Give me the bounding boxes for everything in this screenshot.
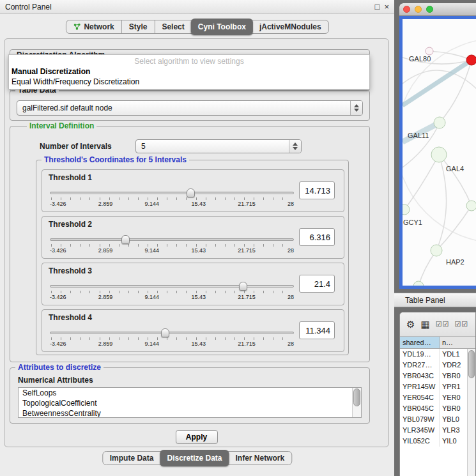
table-cell[interactable]: YBR045C (400, 403, 440, 414)
threshold-4-value-field[interactable] (299, 321, 335, 339)
network-edge[interactable] (436, 155, 447, 250)
algorithm-dropdown-popup: Select algorithm to view settings Manual… (8, 54, 370, 89)
tab-label: Select (162, 22, 184, 31)
slider-track[interactable] (50, 332, 294, 334)
algorithm-option-equal-width[interactable]: Equal Width/Frequency Discretization (9, 77, 369, 87)
table-data-combo[interactable]: galFiltered.sif default node (17, 100, 363, 116)
slider-thumb[interactable] (121, 235, 130, 244)
attributes-list: SelfLoops TopologicalCoefficient Between… (18, 387, 362, 418)
scale-label: 2.859 (98, 294, 113, 300)
network-edge[interactable] (403, 60, 472, 105)
table-row[interactable]: YBR043CYBR0 (400, 371, 475, 381)
table-row[interactable]: YDL19…YDL1 (400, 349, 475, 360)
stepper-up-icon (293, 142, 298, 146)
tab-network[interactable]: Network (66, 20, 121, 33)
table-row[interactable]: YPR145WYPR1 (400, 381, 475, 392)
network-edge[interactable] (403, 38, 476, 243)
table-cell[interactable]: YIL052C (400, 436, 440, 447)
threshold-3-block: Threshold 3 -3.426 2.859 9.144 15.43 21.… (42, 263, 344, 305)
column-header-name[interactable]: n… (440, 337, 475, 348)
network-node[interactable] (426, 47, 433, 55)
scale-label: 9.144 (145, 294, 160, 300)
attributes-list-scrollbar[interactable] (352, 388, 361, 417)
table-cell[interactable]: YER054C (400, 392, 440, 403)
table-row[interactable]: YIL052CYIL0 (400, 436, 475, 447)
list-item[interactable]: BetweennessCentrality (19, 408, 361, 418)
tab-label: Infer Network (236, 454, 285, 463)
table-header-row: shared… n… (400, 337, 475, 349)
network-node-selected[interactable] (466, 55, 476, 65)
slider-track[interactable] (50, 192, 294, 194)
table-scrollbar[interactable] (467, 349, 475, 476)
network-edge[interactable] (404, 155, 439, 210)
slider-scale: -3.426 2.859 9.144 15.43 21.715 28 (50, 341, 294, 347)
threshold-2-value-field[interactable] (299, 228, 335, 246)
scrollbar-thumb[interactable] (353, 388, 360, 406)
tab-select[interactable]: Select (154, 20, 191, 33)
network-node[interactable] (413, 281, 424, 286)
slider-scale: -3.426 2.859 9.144 15.43 21.715 28 (50, 201, 294, 207)
checkbox-icon[interactable]: ☑ (461, 321, 468, 328)
table-row[interactable]: YLR345WYLR3 (400, 425, 475, 436)
mac-minimize-button[interactable] (415, 6, 422, 13)
scale-label: 21.715 (238, 201, 256, 207)
checkbox-icon[interactable]: ☑ (436, 321, 442, 328)
apply-button[interactable]: Apply (176, 430, 218, 444)
panel-title: Control Panel (5, 3, 52, 12)
table-row[interactable]: YER054CYER0 (400, 392, 475, 403)
threshold-label: Threshold 2 (49, 220, 92, 229)
algorithm-option-manual[interactable]: Manual Discretization (9, 66, 369, 77)
tab-cyni-toolbox[interactable]: Cyni Toolbox (191, 19, 253, 35)
network-node[interactable] (431, 245, 442, 256)
mac-zoom-button[interactable] (426, 6, 433, 13)
table-row[interactable]: YDR27…YDR2 (400, 360, 475, 371)
list-item[interactable]: SelfLoops (19, 388, 361, 398)
slider-track[interactable] (50, 285, 294, 288)
table-cell[interactable]: YLR345W (400, 425, 440, 436)
cyni-bottom-tabs: Impute Data Discretize Data Infer Networ… (102, 451, 292, 465)
scrollbar-thumb[interactable] (468, 350, 475, 378)
slider-thumb[interactable] (161, 328, 169, 337)
slider-thumb[interactable] (187, 188, 195, 197)
slider-track[interactable] (50, 238, 294, 241)
checkbox-icon[interactable]: ☑ (443, 321, 449, 328)
tab-style[interactable]: Style (121, 20, 155, 33)
threshold-1-value-field[interactable] (299, 181, 335, 199)
network-edge[interactable] (429, 51, 472, 60)
table-cell[interactable]: YPR145W (400, 381, 440, 392)
threshold-3-value-field[interactable] (299, 275, 335, 293)
table-row[interactable]: YBL079WYBL0 (400, 414, 475, 425)
list-item[interactable]: TopologicalCoefficient (19, 398, 361, 408)
table-body: YDL19…YDL1 YDR27…YDR2 YBR043CYBR0 YPR145… (400, 349, 475, 476)
gear-icon[interactable]: ⚙ (406, 319, 415, 329)
tab-discretize-data[interactable]: Discretize Data (160, 450, 229, 466)
tab-impute-data[interactable]: Impute Data (103, 452, 161, 464)
slider-thumb[interactable] (239, 282, 247, 291)
node-label: HAP2 (446, 258, 464, 266)
table-cell[interactable]: YBL079W (400, 414, 440, 425)
table-row[interactable]: YBR045CYBR0 (400, 403, 475, 414)
scale-label: 2.859 (98, 341, 113, 347)
table-cell[interactable]: YDR27… (400, 360, 440, 371)
checkbox-group: ☑ ☑ (454, 321, 468, 328)
mac-close-button[interactable] (403, 6, 410, 13)
num-intervals-combo[interactable]: 5 (135, 139, 302, 153)
checkbox-icon[interactable]: ☑ (454, 321, 461, 328)
tab-infer-network[interactable]: Infer Network (229, 452, 292, 464)
network-edge[interactable] (439, 155, 472, 206)
network-node[interactable] (403, 204, 410, 215)
column-header-shared-name[interactable]: shared… (400, 337, 440, 348)
table-cell[interactable]: YBR043C (400, 371, 440, 381)
network-edge[interactable] (436, 206, 472, 250)
close-icon[interactable]: × (384, 3, 389, 12)
columns-icon[interactable]: ▦ (420, 319, 429, 329)
table-cell[interactable]: YDL19… (400, 349, 440, 360)
network-node[interactable] (431, 147, 447, 162)
network-node[interactable] (434, 117, 445, 128)
attributes-group-title: Attributes to discretize (15, 363, 104, 372)
float-window-icon[interactable]: □ (375, 3, 380, 12)
tab-jactivemnodules[interactable]: jActiveMNodules (252, 20, 328, 33)
table-data-group: Table Data galFiltered.sif default node (10, 90, 370, 121)
network-node[interactable] (466, 201, 476, 211)
network-canvas[interactable]: GAL80 GAL11 GAL4 GCY1 HAP2 (403, 19, 476, 286)
